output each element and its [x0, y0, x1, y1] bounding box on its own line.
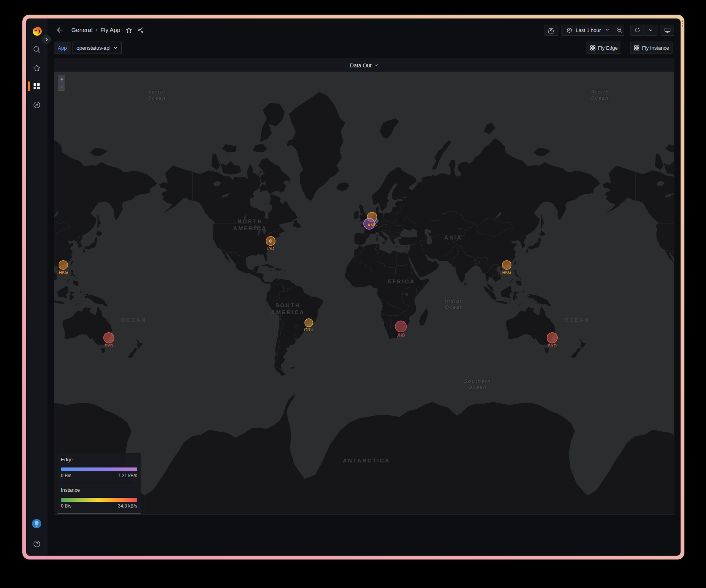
explore-compass-icon[interactable]: [26, 95, 47, 114]
compass-glyph: [33, 101, 41, 109]
map-marker-syd[interactable]: [547, 333, 557, 343]
map-place-label: Indian: [445, 298, 463, 304]
sidebar: [26, 18, 47, 556]
back-arrow-button[interactable]: [54, 24, 66, 36]
question-glyph: [33, 540, 41, 548]
map-marker-label-gru: GRU: [304, 327, 314, 332]
map-marker-syd[interactable]: [104, 333, 114, 343]
map-marker-label-syd: SYD: [548, 343, 557, 348]
map-marker-label-hkg: HKG: [502, 270, 511, 275]
fly-instance-link-button[interactable]: Fly Instance: [630, 42, 672, 54]
map-marker-iad-edge[interactable]: [269, 240, 272, 243]
map-marker-hkg[interactable]: [59, 261, 68, 270]
search-glyph: [33, 45, 41, 54]
zoom-out-glyph: [616, 27, 622, 33]
legend-instance-gradient: [61, 498, 137, 502]
map-marker-gru[interactable]: [305, 319, 313, 327]
arrow-left-glyph: [56, 26, 64, 34]
map-place-label: Ocean: [590, 95, 609, 101]
panel-title: Data Out: [350, 62, 371, 69]
map-place-label: Ocean: [468, 384, 487, 390]
apps-grid-glyph: [634, 45, 640, 51]
map-place-label: Ocean: [445, 304, 463, 310]
avatar-balloon-glyph: [32, 519, 41, 528]
breadcrumb-dashboard[interactable]: Fly App: [100, 27, 120, 34]
map-place-label: SOUTH: [276, 302, 301, 308]
chevron-down-glyph: [649, 28, 653, 32]
map-marker-label-hkg: HKG: [59, 270, 68, 275]
chevron-down-glyph: [113, 46, 118, 50]
map-place-label: ASIA: [444, 235, 462, 241]
map-place-label: OCEAN: [121, 317, 147, 323]
map-place-label: AMERICA: [271, 309, 305, 315]
avatar[interactable]: [32, 519, 41, 528]
fly-edge-label: Fly Edge: [598, 45, 618, 51]
tv-monitor-glyph: [664, 27, 671, 34]
map-marker-label-jnb: JNB: [397, 333, 405, 337]
variable-app-select[interactable]: openstatus-api: [72, 42, 122, 54]
refresh-button[interactable]: [630, 25, 644, 36]
zoom-in-button[interactable]: +: [58, 75, 65, 83]
window-grip-dots: [682, 20, 683, 27]
panel-header[interactable]: Data Out: [54, 59, 674, 72]
breadcrumb-separator: /: [96, 27, 97, 34]
map-place-label: ANTARCTICA: [343, 457, 390, 464]
map-marker-label-syd: SYD: [104, 343, 113, 348]
map-place-label: NORTH: [237, 218, 263, 224]
legend-instance-min: 0 B/s: [61, 503, 71, 509]
refresh-interval-dropdown[interactable]: [644, 25, 657, 36]
time-range-label: Last 1 hour: [576, 27, 601, 33]
apps-grid-glyph: [590, 45, 596, 51]
share-button[interactable]: [136, 25, 146, 35]
map-place-label: Arctic: [590, 89, 609, 95]
map-marker-fra[interactable]: [376, 220, 378, 222]
star-dashboard-button[interactable]: [124, 25, 134, 35]
breadcrumb: General / Fly App: [71, 27, 120, 34]
sidebar-expand-button[interactable]: [42, 35, 51, 44]
clock-glyph: [566, 27, 572, 33]
zoom-out-time-button[interactable]: [614, 25, 624, 36]
gear-glyph: [548, 27, 555, 34]
dashboard-settings-button[interactable]: [545, 25, 558, 36]
zoom-out-button[interactable]: −: [58, 83, 65, 90]
active-indicator: [28, 81, 30, 91]
map-place-label: Southern: [464, 378, 491, 384]
share-glyph: [138, 27, 144, 34]
chevron-down-glyph: [374, 63, 378, 67]
grafana-flame-icon: [32, 27, 42, 38]
dashboards-grid-glyph: [33, 82, 40, 90]
legend-edge-max: 7.21 kB/s: [118, 473, 137, 478]
world-map[interactable]: ArcticOceanArcticOceanNORTHAMERICAASIAAF…: [54, 72, 674, 514]
legend-separator: [57, 483, 141, 487]
navbar: General / Fly App Last 1 hour: [47, 18, 681, 42]
legend-instance-title: Instance: [61, 487, 137, 493]
map-place-label: OCEAN: [564, 317, 590, 323]
chevron-right-glyph: [45, 38, 49, 42]
tv-mode-button[interactable]: [661, 25, 674, 36]
map-zoom-control: + −: [58, 75, 65, 91]
breadcrumb-folder[interactable]: General: [71, 27, 92, 34]
app-window: General / Fly App Last 1 hour: [22, 15, 684, 560]
map-svg: ArcticOceanArcticOceanNORTHAMERICAASIAAF…: [54, 72, 674, 514]
map-place-label: AMERICA: [233, 225, 267, 231]
map-place-label: Arctic: [147, 89, 166, 95]
star-glyph: [33, 64, 41, 72]
sidebar-item-dashboards[interactable]: [26, 77, 47, 95]
fly-instance-label: Fly Instance: [642, 45, 669, 51]
star-outline-glyph: [126, 27, 132, 34]
legend-instance-max: 34.3 kB/s: [118, 503, 137, 509]
map-marker-label-ams: AMS: [368, 223, 377, 227]
help-icon[interactable]: [26, 539, 47, 548]
variable-app-value: openstatus-api: [76, 45, 111, 51]
chevron-down-glyph: [605, 28, 609, 32]
map-marker-label-iad: IAD: [267, 246, 274, 251]
starred-icon[interactable]: [26, 59, 47, 77]
legend-edge-title: Edge: [61, 457, 137, 462]
time-range-picker[interactable]: Last 1 hour: [561, 25, 614, 36]
geomap-panel: Data Out Arct: [54, 59, 674, 515]
map-marker-jnb[interactable]: [395, 321, 407, 332]
variable-app-label[interactable]: App: [54, 42, 71, 54]
map-marker-hkg[interactable]: [502, 261, 511, 270]
map-place-label: Ocean: [147, 95, 166, 101]
fly-edge-link-button[interactable]: Fly Edge: [587, 42, 621, 54]
